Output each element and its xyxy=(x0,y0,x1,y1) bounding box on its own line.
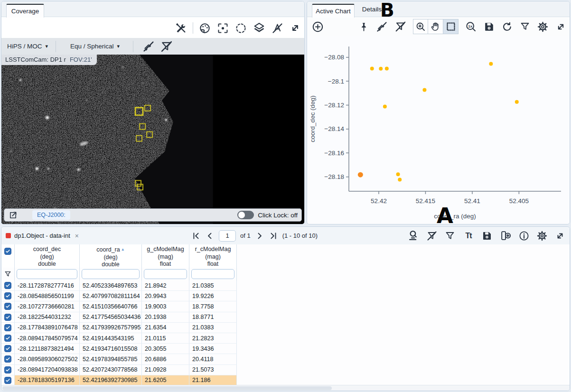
row-checkbox-cell xyxy=(1,375,15,386)
settings-icon[interactable] xyxy=(537,21,549,33)
unhighlight-icon[interactable] xyxy=(142,40,155,53)
select-mode-button[interactable] xyxy=(443,19,459,34)
pan-mode-button[interactable] xyxy=(428,19,443,34)
column-header-coord-ra[interactable]: coord_ra▲ (deg) double xyxy=(80,244,142,268)
tab-details-label: Details xyxy=(362,6,382,13)
scrollbar-thumb[interactable] xyxy=(2,386,332,390)
zoom-in-mode-button[interactable] xyxy=(413,19,428,34)
zoom-original-icon[interactable]: 1x xyxy=(465,20,477,33)
filter-input-r-cmodelmag[interactable] xyxy=(191,269,234,279)
column-name: coord_dec xyxy=(15,246,79,253)
measure-off-icon[interactable] xyxy=(271,22,284,35)
next-page-icon[interactable] xyxy=(255,231,264,241)
filter-input-coord-ra[interactable] xyxy=(82,269,140,279)
table-row[interactable]: -28.08941720409383852.4207243077856821.0… xyxy=(1,365,237,375)
select-all-checkbox[interactable] xyxy=(4,248,11,255)
svg-text:−28.08: −28.08 xyxy=(324,54,344,61)
last-page-icon[interactable] xyxy=(269,231,278,241)
table-row[interactable]: -28.1781830519713652.4219639273098521.62… xyxy=(1,375,237,386)
table-row[interactable]: -28.1211887382149452.4193471601550820.30… xyxy=(1,344,237,354)
table-row[interactable]: -28.1172878277741652.4052336489765321.89… xyxy=(1,280,237,291)
filter-icon[interactable] xyxy=(519,21,531,32)
table-row[interactable]: -28.182254403123252.41775456503443620.19… xyxy=(1,312,237,323)
filter-row-icon xyxy=(4,270,12,278)
save-icon[interactable] xyxy=(481,230,493,242)
info-icon[interactable] xyxy=(518,230,530,242)
recenter-icon[interactable] xyxy=(216,22,229,35)
column-header-r-cmodelmag[interactable]: r_cModelMag (mag) float xyxy=(189,244,237,268)
table-cell: 52.417939926757995 xyxy=(80,323,142,333)
horizontal-scrollbar[interactable] xyxy=(1,385,570,391)
tab-coverage[interactable]: Coverage xyxy=(6,4,44,18)
selection-ellipse-icon[interactable] xyxy=(234,22,247,35)
row-checkbox-cell xyxy=(1,333,15,344)
table-cell: 52.41934716015508 xyxy=(80,344,142,354)
chart-plot-area[interactable]: −28.08−28.1−28.12−28.14−28.16−28.1852.42… xyxy=(307,36,570,224)
row-checkbox-cell xyxy=(1,344,15,354)
table-row[interactable]: -28.0854885650119952.40799708281116420.9… xyxy=(1,291,237,301)
row-checkbox[interactable] xyxy=(4,324,11,331)
external-link-icon[interactable] xyxy=(8,210,18,220)
filter-icon[interactable] xyxy=(444,230,456,242)
tab-active-chart-label: Active Chart xyxy=(316,8,351,15)
row-checkbox[interactable] xyxy=(4,345,11,352)
table-tab[interactable]: dp1.Object - data-int × xyxy=(1,232,79,240)
unhighlight-icon[interactable] xyxy=(375,20,388,33)
column-header-coord-dec[interactable]: coord_dec (deg) double xyxy=(15,244,80,268)
select-all-cell xyxy=(1,244,15,268)
add-chart-icon[interactable] xyxy=(311,20,324,33)
svg-text:coord_dec (deg): coord_dec (deg) xyxy=(309,95,316,142)
table-row[interactable]: -28.1072773666028152.4151035664076619.90… xyxy=(1,301,237,312)
scatter-chart: −28.08−28.1−28.12−28.14−28.16−28.1852.42… xyxy=(307,36,570,224)
close-icon[interactable]: × xyxy=(75,232,79,240)
click-lock-toggle[interactable] xyxy=(237,211,254,219)
page-number-input[interactable] xyxy=(219,230,236,242)
table-cell: 20.3055 xyxy=(142,344,189,354)
prev-page-icon[interactable] xyxy=(205,231,215,241)
table-cell: 20.4118 xyxy=(189,354,237,364)
row-checkbox[interactable] xyxy=(4,314,11,321)
row-checkbox-cell xyxy=(1,312,15,323)
first-page-icon[interactable] xyxy=(191,231,201,241)
row-checkbox[interactable] xyxy=(4,292,11,299)
row-checkbox[interactable] xyxy=(4,335,11,342)
table-row[interactable]: -28.08941784507957452.419144354319521.01… xyxy=(1,333,237,344)
color-palette-icon[interactable] xyxy=(198,22,211,35)
projection-dropdown[interactable]: Equ / Spherical ▾ xyxy=(70,43,120,50)
row-checkbox-cell xyxy=(1,323,15,333)
filter-input-g-cmodelmag[interactable] xyxy=(144,269,187,279)
restore-icon[interactable] xyxy=(501,21,513,33)
hips-moc-dropdown[interactable]: HiPS / MOC ▾ xyxy=(7,43,48,50)
filter-input-coord-dec[interactable] xyxy=(17,269,77,279)
page-count-label: of 1 xyxy=(240,232,251,239)
pin-icon[interactable] xyxy=(358,21,369,32)
svg-text:−28.12: −28.12 xyxy=(324,102,344,109)
save-icon[interactable] xyxy=(483,21,495,33)
expand-icon[interactable] xyxy=(554,230,566,242)
expand-icon[interactable] xyxy=(555,21,567,33)
table-cell: 20.9943 xyxy=(142,291,189,301)
text-view-icon[interactable]: Tt xyxy=(462,230,475,242)
tab-active-chart[interactable]: Active Chart xyxy=(312,4,355,18)
table-row[interactable]: -28.17784389107647852.41793992675799521.… xyxy=(1,323,237,333)
table-cell: 21.2823 xyxy=(189,333,237,344)
row-checkbox[interactable] xyxy=(4,282,11,289)
clear-filter-icon[interactable] xyxy=(394,20,407,33)
expand-icon[interactable] xyxy=(289,22,301,34)
column-header-g-cmodelmag[interactable]: g_cModelMag (mag) float xyxy=(142,244,189,268)
row-checkbox[interactable] xyxy=(4,377,11,384)
sky-viewer[interactable]: LSSTComCam: DP1 rFOV:21' EQ-J2000: Click… xyxy=(1,55,304,224)
row-checkbox[interactable] xyxy=(4,366,11,373)
tools-icon[interactable] xyxy=(175,22,187,35)
pin-chart-icon[interactable] xyxy=(407,229,420,242)
clear-filter-icon[interactable] xyxy=(426,230,438,242)
clear-filter-icon[interactable] xyxy=(160,40,173,53)
row-checkbox[interactable] xyxy=(4,303,11,310)
table-cell: 21.5073 xyxy=(189,365,237,375)
add-column-icon[interactable] xyxy=(499,230,512,242)
settings-icon[interactable] xyxy=(536,230,548,242)
row-checkbox[interactable] xyxy=(4,355,11,363)
table-row[interactable]: -28.08958930602750252.4197839485578520.6… xyxy=(1,354,237,364)
layers-icon[interactable] xyxy=(253,21,266,35)
coord-readout[interactable]: EQ-J2000: xyxy=(32,210,70,220)
